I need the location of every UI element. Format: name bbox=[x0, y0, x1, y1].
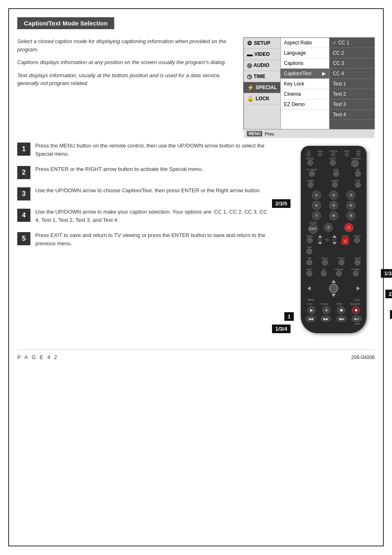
desc-para1: Select a closed caption mode for display… bbox=[17, 37, 231, 53]
dvi-btn[interactable] bbox=[355, 171, 361, 177]
btn-5[interactable]: ⑤ bbox=[329, 201, 338, 210]
side-btn[interactable] bbox=[333, 171, 339, 177]
btn-8[interactable]: ⑧ bbox=[329, 211, 338, 220]
nav-down-row bbox=[307, 294, 360, 297]
swap-btn[interactable] bbox=[355, 260, 360, 265]
pipch-plus-btn[interactable] bbox=[322, 260, 328, 265]
btn-1[interactable]: ① bbox=[312, 191, 321, 200]
btn-0[interactable]: ⓪ bbox=[324, 223, 333, 232]
sap-btn[interactable] bbox=[307, 249, 312, 254]
vcr-label: VCR bbox=[317, 150, 323, 152]
power-label: POWER bbox=[351, 157, 361, 160]
section-header: Caption/Text Mode Selection bbox=[17, 17, 114, 29]
rgb-btn[interactable] bbox=[355, 182, 361, 188]
enter-btn[interactable]: ENT bbox=[308, 224, 318, 234]
freeze-btn[interactable] bbox=[336, 271, 342, 276]
menu-key-lock[interactable]: Key Lock bbox=[281, 79, 329, 89]
menu-text3[interactable]: Text 3 bbox=[330, 99, 374, 110]
vcr-indicator bbox=[318, 152, 322, 157]
btn-2[interactable]: ② bbox=[329, 191, 338, 200]
mode-btn[interactable] bbox=[307, 160, 313, 166]
steps-list: 1 Press the MENU button on the remote co… bbox=[17, 142, 268, 333]
menu-item-time[interactable]: ◷ TIME bbox=[244, 71, 280, 82]
remote-container: 2/3/5 1/3/4 2/3 5 1 1/3/4 TV bbox=[276, 142, 375, 333]
menu-caption-text[interactable]: Caption/Text ▶ bbox=[281, 69, 329, 79]
caption-text-item: Caption/Text bbox=[284, 71, 311, 76]
vol-down-arrow bbox=[318, 242, 322, 245]
menu-nav-label: MENU bbox=[307, 299, 315, 301]
menu-item-setup[interactable]: ⚙ SETUP bbox=[244, 38, 280, 49]
checkmark-icon: ✓ bbox=[333, 40, 337, 46]
desc-para3: Text displays information, usually at th… bbox=[17, 71, 231, 88]
pip-btn[interactable] bbox=[307, 260, 312, 265]
menu-item-audio[interactable]: ◎ AUDIO bbox=[244, 60, 280, 71]
audio-icon: ◎ bbox=[247, 62, 252, 69]
btn-9[interactable]: ⑨ bbox=[346, 211, 355, 220]
prev-btn[interactable]: ◀⏮ bbox=[337, 316, 346, 322]
surf-btn[interactable]: S bbox=[341, 237, 349, 245]
page-footer: P A G E 4 2 206-04006 bbox=[17, 350, 375, 360]
description-text: Select a closed caption mode for display… bbox=[17, 37, 231, 129]
nav-center-btn[interactable] bbox=[329, 284, 338, 293]
menu-cc2[interactable]: CC 2 bbox=[330, 48, 374, 58]
menu-cc3[interactable]: CC 3 bbox=[330, 58, 374, 69]
btn-3[interactable]: ③ bbox=[346, 191, 355, 200]
lock-icon: 🔒 bbox=[247, 95, 254, 102]
menu-button[interactable]: MENU bbox=[247, 131, 262, 136]
pipch-minus-btn[interactable] bbox=[339, 260, 344, 265]
record-btn[interactable]: ⏺ bbox=[352, 306, 360, 314]
ch-up-arrow bbox=[332, 235, 337, 238]
light-btn[interactable] bbox=[330, 160, 336, 166]
nav-left-btn[interactable] bbox=[307, 286, 311, 290]
btn-6[interactable]: ⑥ bbox=[346, 201, 355, 210]
nav-up-btn[interactable] bbox=[332, 280, 336, 283]
step-1-text: Press the MENU button on the remote cont… bbox=[35, 142, 268, 158]
play-btn[interactable]: ▶ bbox=[307, 306, 316, 314]
nav-down-btn[interactable] bbox=[332, 294, 336, 297]
skip-btn[interactable]: ⏭▶ bbox=[352, 316, 362, 322]
step-5: 5 Press EXIT to save and return to TV vi… bbox=[17, 231, 268, 247]
comp2-btn[interactable] bbox=[332, 182, 338, 188]
stop-btn[interactable]: ⏹ bbox=[337, 306, 345, 314]
sat-label: SAT bbox=[356, 150, 361, 152]
nav-right-btn[interactable] bbox=[357, 286, 360, 290]
btn-7[interactable]: ⑦ bbox=[312, 211, 321, 220]
menu-prev-label: Prev. bbox=[265, 131, 275, 136]
menu-item-video[interactable]: ▬ VIDEO bbox=[244, 49, 280, 60]
menu-cinema[interactable]: Cinema bbox=[281, 89, 329, 99]
menu-screenshot: ⚙ SETUP ▬ VIDEO ◎ AUDIO ◷ TIME bbox=[243, 37, 375, 129]
cable-label: CABLE bbox=[330, 150, 338, 152]
menu-text4[interactable]: Text 4 bbox=[330, 110, 374, 120]
menu-cc1[interactable]: ✓ CC 1 bbox=[330, 38, 374, 48]
step-4: 4 Use the UP/DOWN arrow to make your cap… bbox=[17, 208, 268, 224]
rew-btn[interactable]: ◀◀ bbox=[306, 316, 316, 322]
menu-ez-demo[interactable]: EZ Demo bbox=[281, 99, 329, 110]
menu-language[interactable]: Language bbox=[281, 48, 329, 58]
menu-cc4[interactable]: CC 4 bbox=[330, 69, 374, 79]
menu-col-left: ⚙ SETUP ▬ VIDEO ◎ AUDIO ◷ TIME bbox=[244, 38, 281, 129]
comp1-btn[interactable] bbox=[308, 182, 314, 188]
menu-item-special[interactable]: ⚡ SPECIAL bbox=[244, 82, 280, 93]
btn-4[interactable]: ④ bbox=[312, 201, 321, 210]
play-label: PLAY bbox=[307, 303, 313, 305]
pp-input-btn[interactable] bbox=[353, 271, 359, 276]
menu-col-middle: Aspect Ratio Language Captions Caption/T… bbox=[281, 38, 330, 129]
menu-item-lock[interactable]: 🔒 LOCK bbox=[244, 93, 280, 104]
mute-btn[interactable] bbox=[307, 237, 313, 243]
menu-text2[interactable]: Text 2 bbox=[330, 89, 374, 99]
menu-captions[interactable]: Captions bbox=[281, 58, 329, 69]
tvvideo-btn[interactable] bbox=[309, 171, 315, 177]
arrow-right-icon: ▶ bbox=[322, 71, 326, 76]
menu-aspect-ratio[interactable]: Aspect Ratio bbox=[281, 38, 329, 48]
pause-btn[interactable]: ⏸ bbox=[322, 306, 330, 314]
step-5-number: 5 bbox=[17, 232, 30, 245]
nav-mid-row bbox=[307, 284, 360, 293]
guide-btn[interactable]: G bbox=[344, 223, 353, 232]
menu-table: ⚙ SETUP ▬ VIDEO ◎ AUDIO ◷ TIME bbox=[244, 38, 374, 129]
menu-text1[interactable]: Text 1 bbox=[330, 79, 374, 89]
video-btn[interactable] bbox=[354, 237, 360, 243]
ff-btn[interactable]: ▶▶ bbox=[321, 316, 331, 322]
cc-btn[interactable] bbox=[321, 271, 327, 276]
ratio-btn[interactable] bbox=[307, 271, 312, 276]
power-btn[interactable] bbox=[351, 160, 359, 167]
